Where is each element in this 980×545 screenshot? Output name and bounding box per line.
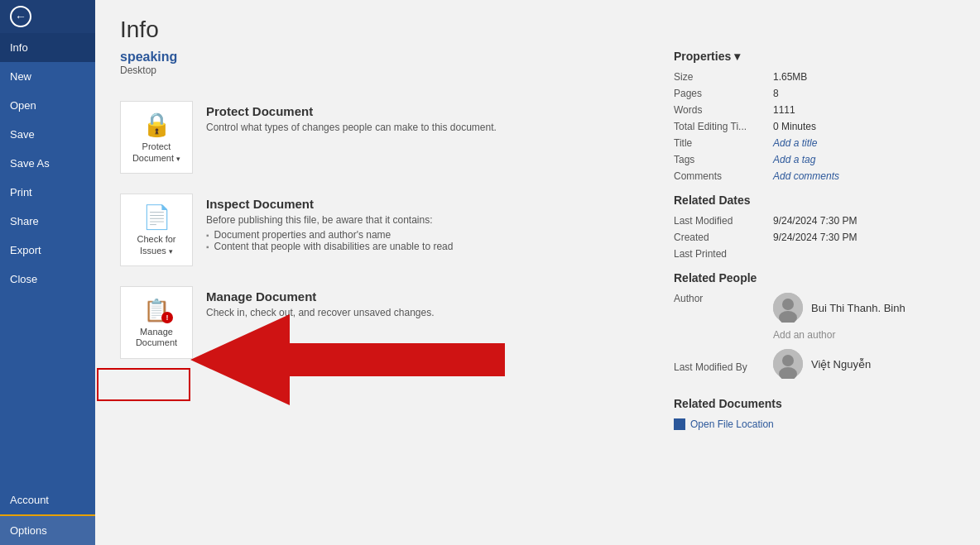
prop-pages-value: 8 <box>773 88 779 99</box>
prop-comments-value[interactable]: Add comments <box>773 170 839 182</box>
manage-title: Manage Document <box>206 289 435 304</box>
bullet-1: Document properties and author's name <box>206 229 453 241</box>
sidebar-item-open[interactable]: Open <box>0 91 95 120</box>
svg-point-2 <box>782 299 794 310</box>
open-file-location-label: Open File Location <box>690 418 774 430</box>
protect-title: Protect Document <box>206 104 497 118</box>
related-docs-title: Related Documents <box>674 397 963 410</box>
sidebar-item-share[interactable]: Share <box>0 207 95 236</box>
manage-label: ManageDocument <box>136 327 177 348</box>
sidebar-item-new[interactable]: New <box>0 62 95 91</box>
sidebar-item-export[interactable]: Export <box>0 236 95 265</box>
prop-words-value: 1111 <box>773 104 795 116</box>
prop-title-value[interactable]: Add a title <box>773 137 817 149</box>
author-avatar <box>773 293 803 323</box>
prop-size-value: 1.65MB <box>773 71 807 83</box>
lock-icon: 🔒 <box>142 111 171 138</box>
last-modified-value: 9/24/2024 7:30 PM <box>773 215 857 227</box>
prop-tags-label: Tags <box>674 154 773 165</box>
prop-last-modified: Last Modified 9/24/2024 7:30 PM <box>674 215 963 227</box>
properties-panel: Properties ▾ Size 1.65MB Pages 8 Words 1… <box>657 0 980 545</box>
prop-last-printed: Last Printed <box>674 248 963 260</box>
inspect-desc: Before publishing this file, be aware th… <box>206 214 453 226</box>
protect-desc: Control what types of changes people can… <box>206 122 497 133</box>
author-person-row: Bui Thi Thanh. Binh <box>773 293 906 323</box>
prop-author-row: Author Bui Thi Thanh. Binh Add an author <box>674 293 963 341</box>
sidebar-item-save[interactable]: Save <box>0 120 95 149</box>
created-value: 9/24/2024 7:30 PM <box>773 232 857 243</box>
inspect-title: Inspect Document <box>206 197 453 211</box>
last-modified-by-label: Last Modified By <box>674 361 773 373</box>
content-wrapper: Info speaking Desktop 🔒 ProtectDocument … <box>95 0 980 545</box>
sidebar-item-account[interactable]: Account <box>0 485 95 514</box>
prop-editing-label: Total Editing Ti... <box>674 121 773 132</box>
sidebar-item-close[interactable]: Close <box>0 265 95 294</box>
bullet-2: Content that people with disabilities ar… <box>206 241 453 252</box>
inspect-document-card: 📄 Check forIssues ▾ Inspect Document Bef… <box>120 185 600 275</box>
author-name: Bui Thi Thanh. Binh <box>811 302 906 314</box>
prop-comments-label: Comments <box>674 170 773 182</box>
protect-document-button[interactable]: 🔒 ProtectDocument ▾ <box>120 101 193 174</box>
add-author-link[interactable]: Add an author <box>773 329 906 341</box>
prop-tags: Tags Add a tag <box>674 154 963 165</box>
inspect-bullets: Document properties and author's name Co… <box>206 229 453 252</box>
protect-document-card: 🔒 ProtectDocument ▾ Protect Document Con… <box>120 93 600 182</box>
protect-text: Protect Document Control what types of c… <box>206 101 497 136</box>
inspect-text: Inspect Document Before publishing this … <box>206 194 453 252</box>
prop-pages-label: Pages <box>674 88 773 99</box>
prop-last-modified-by: Last Modified By Việt Nguyễn <box>674 349 963 385</box>
file-location-icon <box>674 418 685 430</box>
prop-words: Words 1111 <box>674 104 963 116</box>
manage-desc: Check in, check out, and recover unsaved… <box>206 307 435 318</box>
sidebar-item-print[interactable]: Print <box>0 178 95 207</box>
info-cards: 🔒 ProtectDocument ▾ Protect Document Con… <box>120 93 600 367</box>
related-people-title: Related People <box>674 271 963 284</box>
author-label: Author <box>674 293 773 304</box>
sidebar-item-info[interactable]: Info <box>0 33 95 62</box>
prop-title: Title Add a title <box>674 137 963 149</box>
last-modified-avatar <box>773 349 803 379</box>
prop-words-label: Words <box>674 104 773 116</box>
prop-tags-value[interactable]: Add a tag <box>773 154 815 165</box>
protect-label: ProtectDocument ▾ <box>132 141 180 163</box>
back-icon: ← <box>10 6 31 27</box>
open-file-location-link[interactable]: Open File Location <box>674 418 963 430</box>
manage-text: Manage Document Check in, check out, and… <box>206 286 435 322</box>
properties-rows: Size 1.65MB Pages 8 Words 1111 Total Edi… <box>674 71 963 182</box>
created-label: Created <box>674 232 773 243</box>
prop-size-label: Size <box>674 71 773 83</box>
prop-comments: Comments Add comments <box>674 170 963 182</box>
sidebar-item-save-as[interactable]: Save As <box>0 149 95 178</box>
inspect-label: Check forIssues ▾ <box>137 234 175 256</box>
related-dates-title: Related Dates <box>674 194 963 207</box>
back-button[interactable]: ← <box>0 0 95 33</box>
last-printed-label: Last Printed <box>674 248 773 260</box>
manage-icon: 📋 ! <box>143 297 170 323</box>
inspect-icon: 📄 <box>142 203 171 231</box>
prop-size: Size 1.65MB <box>674 71 963 83</box>
prop-editing-time: Total Editing Ti... 0 Minutes <box>674 121 963 132</box>
prop-pages: Pages 8 <box>674 88 963 99</box>
last-modified-by-name: Việt Nguyễn <box>811 358 871 371</box>
sidebar-item-options[interactable]: Options <box>0 514 95 545</box>
author-info: Bui Thi Thanh. Binh Add an author <box>773 293 906 341</box>
prop-editing-value: 0 Minutes <box>773 121 816 132</box>
last-modified-label: Last Modified <box>674 215 773 227</box>
last-modified-by-person: Việt Nguyễn <box>773 349 871 379</box>
manage-document-card: 📋 ! ManageDocument Manage Document Check… <box>120 278 600 367</box>
prop-created: Created 9/24/2024 7:30 PM <box>674 232 963 243</box>
svg-point-5 <box>782 355 794 366</box>
sidebar: ← Info New Open Save Save As Print Share… <box>0 0 95 545</box>
inspect-document-button[interactable]: 📄 Check forIssues ▾ <box>120 194 193 266</box>
manage-document-button[interactable]: 📋 ! ManageDocument <box>120 286 193 359</box>
properties-section-title: Properties ▾ <box>674 50 963 63</box>
prop-title-label: Title <box>674 137 773 149</box>
